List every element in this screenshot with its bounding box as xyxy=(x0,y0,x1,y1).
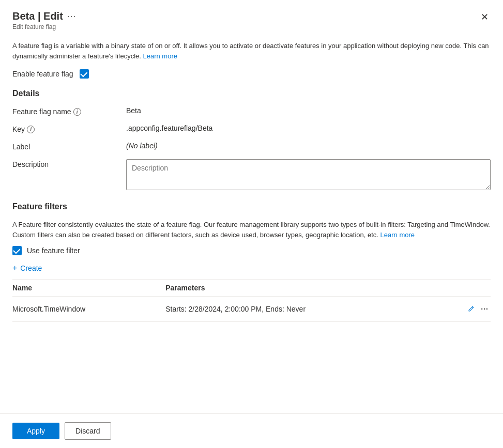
field-row-key: Key i .appconfig.featureflag/Beta xyxy=(12,124,491,133)
filters-title: Feature filters xyxy=(12,202,491,211)
description-input[interactable] xyxy=(126,159,491,190)
filter-table: Name Parameters Microsoft.TimeWindow Sta… xyxy=(12,280,491,322)
table-header-parameters: Parameters xyxy=(165,280,460,297)
panel-subtitle: Edit feature flag xyxy=(12,23,77,30)
filter-description: A Feature filter consistently evaluates … xyxy=(12,220,491,240)
filter-parameters-cell: Starts: 2/28/2024, 2:00:00 PM, Ends: Nev… xyxy=(165,297,460,322)
table-header-actions xyxy=(460,280,491,297)
field-value-name: Beta xyxy=(126,106,491,115)
feature-filters-section: Feature filters A Feature filter consist… xyxy=(12,202,491,322)
field-name-text: Feature flag name xyxy=(12,107,71,116)
panel-body: A feature flag is a variable with a bina… xyxy=(0,33,503,413)
panel-footer: Apply Discard xyxy=(0,413,503,448)
panel-title: Beta | Edit xyxy=(12,10,63,22)
filter-description-text: A Feature filter consistently evaluates … xyxy=(12,221,490,239)
edit-panel: Beta | Edit ··· Edit feature flag ✕ A fe… xyxy=(0,0,503,448)
create-row[interactable]: + Create xyxy=(12,264,491,273)
enable-checkbox[interactable] xyxy=(80,69,89,79)
field-label-text: Label xyxy=(12,143,30,151)
close-button[interactable]: ✕ xyxy=(479,10,491,24)
details-section: Details Feature flag name i Beta Key i .… xyxy=(12,89,491,192)
info-banner: A feature flag is a variable with a bina… xyxy=(12,41,491,61)
field-label-key: Key i xyxy=(12,124,126,133)
apply-button[interactable]: Apply xyxy=(12,423,59,439)
use-filter-checkbox[interactable] xyxy=(12,246,22,255)
description-input-wrapper xyxy=(126,159,491,192)
table-header-name: Name xyxy=(12,280,165,297)
field-label-label: Label xyxy=(12,142,126,151)
field-description-text: Description xyxy=(12,160,49,168)
feature-flag-name-info-icon[interactable]: i xyxy=(73,108,81,116)
discard-button[interactable]: Discard xyxy=(65,422,111,440)
details-title: Details xyxy=(12,89,491,98)
use-filter-label: Use feature filter xyxy=(27,246,80,255)
create-label: Create xyxy=(20,264,42,272)
pencil-icon xyxy=(467,305,475,313)
field-row-name: Feature flag name i Beta xyxy=(12,106,491,116)
filter-actions: ··· xyxy=(460,303,491,315)
edit-filter-button[interactable] xyxy=(465,303,477,315)
field-label-description: Description xyxy=(12,159,126,168)
banner-text: A feature flag is a variable with a bina… xyxy=(12,42,489,60)
filter-name-cell: Microsoft.TimeWindow xyxy=(12,297,165,322)
field-row-description: Description xyxy=(12,159,491,192)
enable-label: Enable feature flag xyxy=(12,70,73,78)
field-value-key: .appconfig.featureflag/Beta xyxy=(126,124,491,132)
title-more-icon[interactable]: ··· xyxy=(67,11,77,22)
title-row: Beta | Edit ··· xyxy=(12,10,77,22)
field-row-label: Label (No label) xyxy=(12,142,491,151)
use-filter-row: Use feature filter xyxy=(12,246,491,255)
table-row: Microsoft.TimeWindow Starts: 2/28/2024, … xyxy=(12,297,491,322)
close-icon: ✕ xyxy=(481,12,489,22)
field-label-name: Feature flag name i xyxy=(12,106,126,116)
field-value-label: (No label) xyxy=(126,142,491,150)
learn-more-link-filters[interactable]: Learn more xyxy=(380,231,415,239)
key-info-icon[interactable]: i xyxy=(27,126,35,133)
title-group: Beta | Edit ··· Edit feature flag xyxy=(12,10,77,30)
panel-header: Beta | Edit ··· Edit feature flag ✕ xyxy=(0,0,503,33)
field-key-text: Key xyxy=(12,125,25,133)
filter-more-button[interactable]: ··· xyxy=(479,303,491,315)
learn-more-link-banner[interactable]: Learn more xyxy=(143,52,177,60)
filter-actions-cell: ··· xyxy=(460,297,491,322)
enable-row: Enable feature flag xyxy=(12,69,491,79)
plus-icon: + xyxy=(12,264,17,273)
